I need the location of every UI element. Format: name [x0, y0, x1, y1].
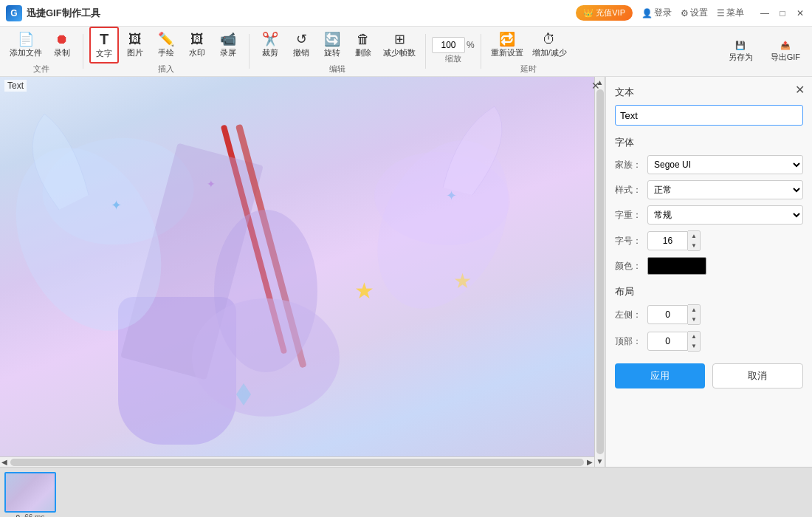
export-gif-label: 导出GIF: [771, 52, 800, 63]
menu-icon: ☰: [717, 8, 725, 18]
scroll-thumb-vertical[interactable]: [596, 89, 604, 454]
vip-label: 充值VIP: [596, 7, 625, 18]
toolbar-delete[interactable]: 🗑 删除: [348, 27, 378, 64]
left-input[interactable]: [647, 305, 688, 324]
right-panel: ✕ 文本 字体 家族： Segoe UI Arial 微软雅黑 样式： 正常: [605, 77, 812, 467]
toolbar-watermark[interactable]: 🖼 水印: [182, 27, 212, 64]
file-group-label: 文件: [33, 64, 49, 75]
top-row: 顶部： ▲ ▼: [615, 331, 803, 352]
layout-section: 布局 左侧： ▲ ▼ 顶部： ▲ ▼: [615, 285, 803, 352]
toolbar-add-file[interactable]: 📄 添加文件: [6, 27, 46, 64]
rotate-label: 旋转: [324, 47, 340, 58]
reduce-frame-label: 减少帧数: [383, 47, 416, 58]
watermark-icon: 🖼: [190, 32, 204, 46]
image-icon: 🖼: [128, 32, 142, 46]
zoom-group-label: 缩放: [445, 53, 461, 64]
filmstrip-item[interactable]: 0 66 ms: [4, 472, 56, 518]
crown-icon: 👑: [583, 8, 593, 18]
title-left: G 迅捷GIF制作工具: [6, 5, 100, 21]
scroll-right-arrow[interactable]: ▶: [585, 456, 594, 467]
color-label: 颜色：: [615, 260, 641, 273]
font-weight-select[interactable]: 常规 细体 粗体: [647, 205, 803, 225]
panel-close-button[interactable]: ✕: [795, 83, 805, 97]
login-button[interactable]: 👤 登录: [641, 7, 672, 19]
zoom-input[interactable]: [432, 37, 465, 53]
left-input-group: ▲ ▼: [647, 304, 701, 325]
image-label: 图片: [127, 47, 143, 58]
export-gif-button[interactable]: 📤 导出GIF: [765, 33, 806, 70]
top-input-group: ▲ ▼: [647, 331, 701, 352]
svg-rect-2: [235, 124, 307, 369]
cancel-button[interactable]: 取消: [712, 363, 804, 388]
style-label: 样式：: [615, 184, 641, 196]
record-icon: ⏺: [55, 32, 69, 46]
text-label: 文字: [96, 48, 112, 59]
size-up-button[interactable]: ▲: [688, 231, 700, 241]
toolbar-record[interactable]: ⏺ 录制: [47, 27, 77, 64]
left-row: 左侧： ▲ ▼: [615, 304, 803, 325]
minimize-button[interactable]: —: [759, 7, 771, 19]
left-up-button[interactable]: ▲: [688, 305, 700, 315]
star2-icon: ✦: [446, 188, 457, 204]
apply-button[interactable]: 应用: [615, 363, 705, 388]
color-row: 颜色：: [615, 257, 803, 275]
toolbar-edit-group: ✂️ 裁剪 ↺ 撤销 🔄 旋转 🗑 删除 ⊞ 减少帧数 编辑: [255, 30, 419, 73]
record-screen-label: 录屏: [220, 47, 236, 58]
toolbar-zoom-group: % 缩放: [432, 30, 475, 73]
size-input-group: ▲ ▼: [647, 230, 701, 251]
size-label: 字号：: [615, 235, 641, 247]
vip-button[interactable]: 👑 充值VIP: [576, 5, 633, 21]
add-file-icon: 📄: [18, 32, 34, 46]
size-down-button[interactable]: ▼: [688, 241, 700, 250]
star-icon: ★: [453, 269, 472, 293]
text-input-field[interactable]: [615, 105, 803, 126]
toolbar-inc-dec[interactable]: ⏱ 增加/减少: [529, 27, 571, 64]
toolbar-undo[interactable]: ↺ 撤销: [286, 27, 316, 64]
top-up-button[interactable]: ▲: [688, 332, 700, 341]
scroll-left-arrow[interactable]: ◀: [0, 456, 9, 467]
size-spinner: ▲ ▼: [688, 230, 701, 251]
layout-section-title: 布局: [615, 285, 803, 298]
toolbar-crop[interactable]: ✂️ 裁剪: [255, 27, 285, 64]
svg-text:★: ★: [354, 278, 374, 303]
font-style-select[interactable]: 正常 粗体 斜体: [647, 180, 803, 199]
toolbar-file-items: 📄 添加文件 ⏺ 录制: [6, 27, 77, 64]
title-right: 👑 充值VIP 👤 登录 ⚙ 设置 ☰ 菜单 — □ ✕: [576, 5, 806, 21]
canvas-close-button[interactable]: ✕: [591, 80, 600, 92]
crop-label: 裁剪: [262, 47, 278, 58]
save-as-button[interactable]: 💾 另存为: [723, 33, 759, 70]
toolbar-text[interactable]: T 文字: [89, 27, 119, 64]
left-down-button[interactable]: ▼: [688, 315, 700, 324]
title-bar: G 迅捷GIF制作工具 👑 充值VIP 👤 登录 ⚙ 设置 ☰ 菜单 — □ ✕: [0, 0, 812, 27]
menu-button[interactable]: ☰ 菜单: [717, 7, 744, 19]
toolbar-zoom-items: %: [432, 37, 475, 53]
inc-dec-icon: ⏱: [543, 32, 556, 46]
rotate-icon: 🔄: [324, 32, 340, 46]
edit-group-label: 编辑: [329, 64, 345, 75]
toolbar-rotate[interactable]: 🔄 旋转: [317, 27, 347, 64]
canvas-area: Text ✕ ★ ✦ ★ ✦: [0, 77, 605, 467]
horizontal-scrollbar[interactable]: ◀ ▶: [0, 456, 594, 467]
toolbar-reset[interactable]: 🔁 重新设置: [487, 27, 527, 64]
toolbar-delay-group: 🔁 重新设置 ⏱ 增加/减少 延时: [487, 30, 571, 73]
insert-group-label: 插入: [158, 64, 174, 75]
font-family-select[interactable]: Segoe UI Arial 微软雅黑: [647, 155, 803, 174]
toolbar-reduce-frame[interactable]: ⊞ 减少帧数: [379, 27, 419, 64]
delete-icon: 🗑: [357, 32, 370, 46]
color-picker[interactable]: [647, 257, 706, 275]
top-input[interactable]: [647, 332, 688, 351]
top-down-button[interactable]: ▼: [688, 341, 700, 351]
close-button[interactable]: ✕: [794, 7, 806, 19]
toolbar-record-screen[interactable]: 📹 录屏: [213, 27, 243, 64]
scroll-down-arrow[interactable]: ▼: [595, 456, 605, 467]
settings-button[interactable]: ⚙ 设置: [681, 7, 708, 19]
vertical-scrollbar[interactable]: ▲ ▼: [594, 77, 605, 467]
restore-button[interactable]: □: [777, 7, 788, 19]
canvas-image: ★ ✦ ★ ✦ ✦: [0, 77, 605, 467]
font-size-input[interactable]: [647, 231, 688, 250]
text-section: 文本: [615, 86, 803, 126]
weight-label: 字重：: [615, 209, 641, 222]
toolbar-image[interactable]: 🖼 图片: [120, 27, 150, 64]
scroll-thumb-horizontal[interactable]: [10, 459, 584, 466]
toolbar-draw[interactable]: ✏️ 手绘: [151, 27, 181, 64]
